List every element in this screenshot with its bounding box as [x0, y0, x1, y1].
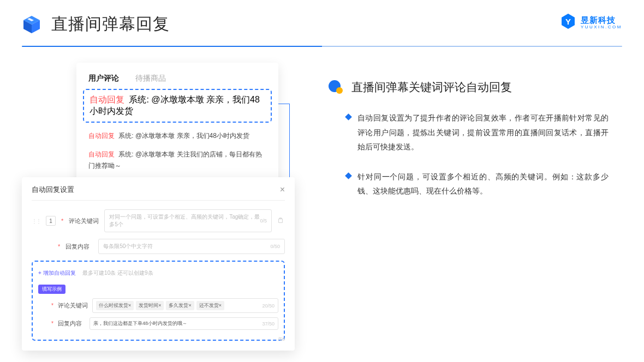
- page-title: 直播间弹幕回复: [51, 13, 170, 35]
- keyword-counter: 0/5: [260, 218, 267, 224]
- header-divider: [22, 46, 622, 47]
- auto-reply-settings-panel: 自动回复设置 × ⋮⋮ 1 * 评论关键词 对同一个问题，可设置多个相近、高频的…: [22, 177, 295, 351]
- comment-row: 自动回复 系统: @冰墩墩本墩 关注我们的店铺，每日都有热门推荐呦～: [88, 149, 266, 171]
- comment-row: 自动回复 系统: @冰墩墩本墩 亲亲，我们48小时内发货: [88, 130, 266, 141]
- bullet-text: 针对同一个问题，可设置多个相近的、高频的关键词。例如：这款多少钱、这块能优惠吗、…: [357, 170, 609, 198]
- example-content-input[interactable]: 亲，我们这边都是下单48小时内发货的哦～ 37/50: [90, 317, 278, 330]
- chat-bubble-icon: [327, 79, 344, 95]
- example-content-row: * 回复内容 亲，我们这边都是下单48小时内发货的哦～ 37/50: [38, 317, 278, 330]
- example-content-counter: 37/50: [262, 321, 275, 327]
- comments-tabs: 用户评论 待播商品: [88, 74, 266, 83]
- svg-point-6: [336, 87, 343, 94]
- cube-icon: [22, 15, 41, 34]
- content-placeholder: 每条限50个中文字符: [103, 243, 153, 250]
- tab-pending-products[interactable]: 待播商品: [135, 74, 166, 83]
- content-counter: 0/50: [270, 244, 280, 249]
- svg-text:Y: Y: [565, 17, 571, 26]
- auto-reply-tag: 自动回复: [88, 132, 115, 140]
- highlighted-comment: 自动回复 系统: @冰墩墩本墩 亲亲，我们48小时内发货: [83, 89, 272, 123]
- required-star-icon: *: [51, 303, 53, 309]
- trailing-counter: /50: [278, 336, 285, 342]
- example-badge: 填写示例: [38, 285, 65, 294]
- example-content-label: 回复内容: [58, 319, 85, 328]
- bullet-text: 自动回复设置为了提升作者的评论回复效率，作者可在开播前针对常见的评论用户问题，提…: [357, 111, 609, 154]
- content-row: * 回复内容 每条限50个中文字符 0/50: [32, 239, 285, 254]
- required-star-icon: *: [51, 321, 53, 327]
- auto-reply-tag: 自动回复: [90, 95, 124, 104]
- required-star-icon: *: [61, 218, 63, 224]
- example-block-highlight: + 增加自动回复 最多可建10条 还可以创建9条 填写示例 * 评论关键词 什么…: [32, 261, 285, 341]
- example-keyword-row: * 评论关键词 什么时候发货× 发货时间× 多久发货× 还不发货× 20/50: [38, 298, 278, 313]
- keyword-chip[interactable]: 什么时候发货×: [96, 301, 134, 310]
- right-column: 直播间弹幕关键词评论自动回复 自动回复设置为了提升作者的评论回复效率，作者可在开…: [327, 63, 622, 214]
- drag-handle-icon[interactable]: ⋮⋮: [32, 218, 40, 224]
- content-label: 回复内容: [65, 243, 93, 251]
- example-kw-label: 评论关键词: [58, 301, 88, 310]
- section-title: 直播间弹幕关键词评论自动回复: [351, 80, 512, 95]
- logo-text-en: YUUXIN.COM: [581, 25, 622, 29]
- section-header: 直播间弹幕关键词评论自动回复: [327, 79, 622, 95]
- add-hint: 最多可建10条 还可以创建9条: [82, 270, 153, 276]
- settings-title: 自动回复设置: [32, 185, 74, 195]
- tab-user-comments[interactable]: 用户评论: [88, 74, 119, 83]
- logo-mark-icon: Y: [560, 13, 576, 32]
- keyword-label: 评论关键词: [69, 217, 99, 225]
- required-star-icon: *: [58, 243, 60, 250]
- comment-text: 系统: @冰墩墩本墩 亲亲，我们48小时内发货: [118, 132, 249, 140]
- keyword-chip[interactable]: 多久发货×: [166, 301, 194, 310]
- bullet-item: 针对同一个问题，可设置多个相近的、高频的关键词。例如：这款多少钱、这块能优惠吗、…: [327, 170, 622, 198]
- auto-reply-tag: 自动回复: [88, 150, 115, 158]
- connector-line: [278, 104, 289, 104]
- keyword-placeholder: 对同一个问题，可设置多个相近、高频的关键词，Tag确定，最多5个: [109, 213, 260, 228]
- brand-logo: Y 昱新科技 YUUXIN.COM: [560, 13, 622, 32]
- example-keyword-input[interactable]: 什么时候发货× 发货时间× 多久发货× 还不发货× 20/50: [92, 298, 278, 313]
- keyword-chip[interactable]: 发货时间×: [136, 301, 164, 310]
- keyword-chip[interactable]: 还不发货×: [196, 301, 224, 310]
- delete-icon[interactable]: [277, 217, 285, 225]
- add-auto-reply-link[interactable]: + 增加自动回复: [38, 270, 76, 276]
- diamond-bullet-icon: [345, 113, 352, 120]
- keyword-row: ⋮⋮ 1 * 评论关键词 对同一个问题，可设置多个相近、高频的关键词，Tag确定…: [32, 209, 285, 232]
- bullet-item: 自动回复设置为了提升作者的评论回复效率，作者可在开播前针对常见的评论用户问题，提…: [327, 111, 622, 154]
- diamond-bullet-icon: [345, 172, 352, 179]
- left-column: 用户评论 待播商品 自动回复 系统: @冰墩墩本墩 亲亲，我们48小时内发货 自…: [22, 63, 306, 214]
- row-index: 1: [46, 216, 56, 226]
- page-header: 直播间弹幕回复 Y 昱新科技 YUUXIN.COM: [0, 0, 644, 35]
- logo-text-cn: 昱新科技: [581, 16, 622, 24]
- content-input[interactable]: 每条限50个中文字符 0/50: [98, 239, 285, 254]
- close-icon[interactable]: ×: [280, 185, 285, 195]
- keyword-input[interactable]: 对同一个问题，可设置多个相近、高频的关键词，Tag确定，最多5个 0/5: [104, 209, 272, 232]
- example-content-value: 亲，我们这边都是下单48小时内发货的哦～: [93, 320, 187, 327]
- comments-panel: 用户评论 待播商品 自动回复 系统: @冰墩墩本墩 亲亲，我们48小时内发货 自…: [76, 63, 278, 195]
- example-kw-counter: 20/50: [262, 303, 275, 309]
